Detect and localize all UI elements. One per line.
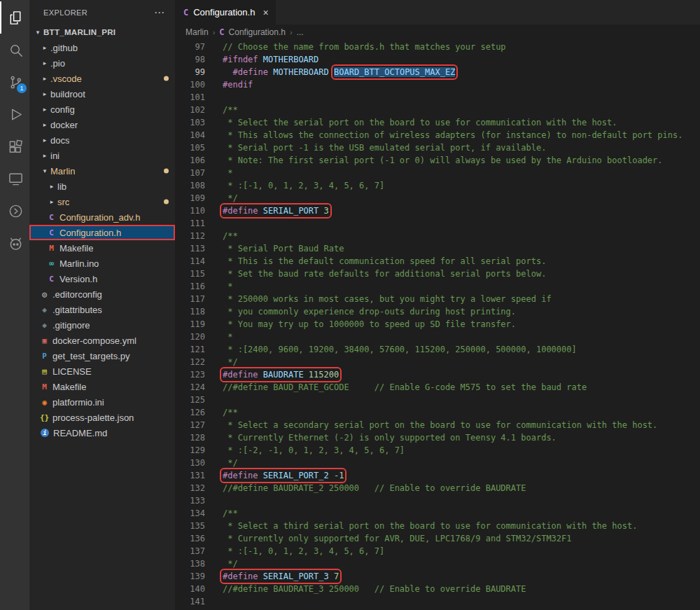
code-line-131[interactable]: 131#define SERIAL_PORT_2 -1	[175, 469, 700, 482]
tree-item-label: docs	[50, 135, 69, 146]
code-line-136[interactable]: 136 * Currently only supported for AVR, …	[175, 532, 700, 545]
code-line-127[interactable]: 127 * Select a secondary serial port on …	[175, 419, 700, 431]
tree-item-docker[interactable]: ▸docker	[29, 117, 175, 132]
tree-item--gitattributes[interactable]: ◆.gitattributes	[29, 302, 175, 317]
code-line-129[interactable]: 129 * :[-2, -1, 0, 1, 2, 3, 4, 5, 6, 7]	[175, 444, 700, 457]
tree-item-btt-marlin-pri[interactable]: ▾BTT_MARLIN_PRI	[29, 25, 175, 40]
close-icon[interactable]: ×	[262, 7, 268, 18]
code-line-114[interactable]: 114 * This is the default communication …	[175, 255, 700, 268]
tree-item-get-test-targets-py[interactable]: Pget_test_targets.py	[29, 348, 175, 363]
tab-configuration-h[interactable]: C Configuration.h ×	[175, 0, 276, 25]
search-icon[interactable]	[0, 34, 29, 66]
tree-item-config[interactable]: ▸config	[29, 102, 175, 117]
code-line-135[interactable]: 135 * Select a third serial port on the …	[175, 520, 700, 532]
tree-item-license[interactable]: ▤LICENSE	[29, 363, 175, 379]
annotation-box: #define SERIAL_PORT_2 -1	[223, 471, 344, 480]
tree-item-configuration-adv-h[interactable]: CConfiguration_adv.h	[29, 209, 175, 225]
line-text: * Set the baud rate defaults for additio…	[205, 268, 546, 280]
source-control-icon[interactable]: 1	[0, 66, 29, 98]
tree-item-process-palette-json[interactable]: {}process-palette.json	[29, 410, 175, 425]
tree-item-platformio-ini[interactable]: ◉platformio.ini	[29, 394, 175, 410]
code-line-124[interactable]: 124//#define BAUD_RATE_GCODE // Enable G…	[175, 381, 700, 394]
tree-item-makefile[interactable]: MMakefile	[29, 379, 175, 394]
code-line-109[interactable]: 109 */	[175, 192, 700, 205]
line-number: 101	[175, 91, 205, 104]
code-line-102[interactable]: 102/**	[175, 104, 700, 116]
code-line-125[interactable]: 125	[175, 394, 700, 406]
line-number: 136	[175, 532, 205, 545]
code-line-133[interactable]: 133	[175, 494, 700, 507]
tree-item-label: .editorconfig	[52, 289, 102, 300]
code-line-141[interactable]: 141	[175, 595, 700, 608]
tree-item-marlin[interactable]: ▾Marlin	[29, 163, 175, 179]
code-line-112[interactable]: 112/**	[175, 230, 700, 242]
breadcrumb-item-marlin[interactable]: Marlin	[186, 27, 209, 37]
line-number: 129	[175, 444, 205, 457]
code-line-110[interactable]: 110#define SERIAL_PORT 3	[175, 205, 700, 217]
code-line-117[interactable]: 117 * 250000 works in most cases, but yo…	[175, 293, 700, 305]
code-line-120[interactable]: 120 *	[175, 331, 700, 343]
line-number: 135	[175, 520, 205, 532]
tree-item-lib[interactable]: ▸lib	[29, 179, 175, 194]
sidebar-header: EXPLORER ⋯	[29, 0, 175, 25]
code-line-113[interactable]: 113 * Serial Port Baud Rate	[175, 242, 700, 255]
breadcrumb-item-more[interactable]: ...	[297, 27, 304, 37]
tree-item-ini[interactable]: ▸ini	[29, 148, 175, 163]
line-number: 115	[175, 268, 205, 280]
line-text: */	[205, 557, 238, 570]
code-editor[interactable]: 97// Choose the name from boards.h that …	[175, 40, 700, 610]
tree-item-docs[interactable]: ▸docs	[29, 132, 175, 148]
code-line-119[interactable]: 119 * You may try up to 1000000 to speed…	[175, 318, 700, 331]
code-line-103[interactable]: 103 * Select the serial port on the boar…	[175, 116, 700, 129]
explorer-icon[interactable]	[0, 1, 29, 34]
code-line-138[interactable]: 138 */	[175, 557, 700, 570]
code-line-139[interactable]: 139#define SERIAL_PORT_3 7	[175, 570, 700, 583]
code-line-126[interactable]: 126/**	[175, 406, 700, 419]
code-line-111[interactable]: 111	[175, 217, 700, 230]
tree-item--editorconfig[interactable]: ◎.editorconfig	[29, 286, 175, 302]
code-line-134[interactable]: 134/**	[175, 507, 700, 520]
code-line-104[interactable]: 104 * This allows the connection of wire…	[175, 129, 700, 141]
line-text: * :[-1, 0, 1, 2, 3, 4, 5, 6, 7]	[205, 179, 384, 192]
extensions-icon[interactable]	[0, 130, 29, 162]
code-line-128[interactable]: 128 * Currently Ethernet (-2) is only su…	[175, 431, 700, 444]
tree-item-version-h[interactable]: CVersion.h	[29, 271, 175, 286]
breadcrumb-item-file[interactable]: Configuration.h	[229, 27, 286, 37]
tree-item-makefile[interactable]: MMakefile	[29, 240, 175, 256]
code-line-123[interactable]: 123#define BAUDRATE 115200	[175, 368, 700, 381]
code-line-140[interactable]: 140//#define BAUDRATE_3 250000 // Enable…	[175, 583, 700, 595]
code-line-115[interactable]: 115 * Set the baud rate defaults for add…	[175, 268, 700, 280]
code-line-97[interactable]: 97// Choose the name from boards.h that …	[175, 41, 700, 53]
tree-item-docker-compose-yml[interactable]: ▣docker-compose.yml	[29, 333, 175, 348]
live-share-icon[interactable]	[0, 195, 29, 227]
more-actions-icon[interactable]: ⋯	[154, 6, 165, 19]
tree-item-marlin-ino[interactable]: ∞Marlin.ino	[29, 256, 175, 271]
code-line-118[interactable]: 118 * you commonly experience drop-outs …	[175, 305, 700, 318]
tree-item-buildroot[interactable]: ▸buildroot	[29, 86, 175, 102]
code-line-101[interactable]: 101	[175, 91, 700, 104]
tree-item--pio[interactable]: ▸.pio	[29, 55, 175, 71]
code-line-106[interactable]: 106 * Note: The first serial port (-1 or…	[175, 154, 700, 167]
code-line-100[interactable]: 100#endif	[175, 78, 700, 91]
code-line-105[interactable]: 105 * Serial port -1 is the USB emulated…	[175, 141, 700, 154]
code-line-137[interactable]: 137 * :[-1, 0, 1, 2, 3, 4, 5, 6, 7]	[175, 545, 700, 557]
code-line-107[interactable]: 107 *	[175, 167, 700, 179]
code-line-116[interactable]: 116 *	[175, 280, 700, 293]
tree-item-label: Configuration_adv.h	[59, 212, 140, 223]
tree-item--github[interactable]: ▸.github	[29, 40, 175, 55]
code-line-130[interactable]: 130 */	[175, 457, 700, 469]
code-line-122[interactable]: 122 */	[175, 356, 700, 368]
tree-item-src[interactable]: ▸src	[29, 194, 175, 209]
code-line-108[interactable]: 108 * :[-1, 0, 1, 2, 3, 4, 5, 6, 7]	[175, 179, 700, 192]
tree-item-readme-md[interactable]: iREADME.md	[29, 425, 175, 441]
tree-item--vscode[interactable]: ▸.vscode	[29, 71, 175, 86]
code-line-98[interactable]: 98#ifndef MOTHERBOARD	[175, 53, 700, 66]
tree-item--gitignore[interactable]: ◆.gitignore	[29, 317, 175, 333]
code-line-132[interactable]: 132//#define BAUDRATE_2 250000 // Enable…	[175, 482, 700, 494]
remote-explorer-icon[interactable]	[0, 162, 29, 195]
code-line-121[interactable]: 121 * :[2400, 9600, 19200, 38400, 57600,…	[175, 343, 700, 356]
platformio-icon[interactable]	[0, 227, 29, 259]
code-line-99[interactable]: 99 #define MOTHERBOARD BOARD_BTT_OCTOPUS…	[175, 66, 700, 78]
tree-item-configuration-h[interactable]: CConfiguration.h	[29, 225, 175, 240]
run-and-debug-icon[interactable]	[0, 98, 29, 130]
